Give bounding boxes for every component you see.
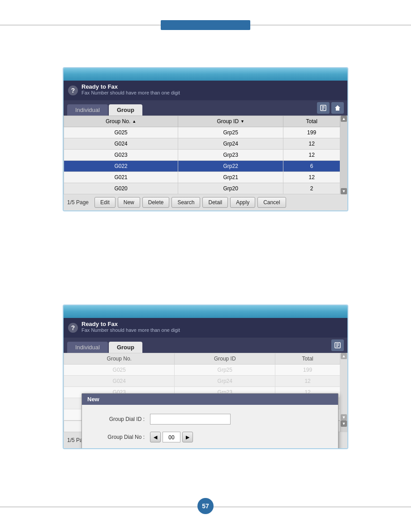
col-header-total[interactable]: Total (283, 116, 340, 127)
panel1-scrollbar[interactable]: ▲ ▼ (340, 116, 347, 194)
stepper-value: 00 (163, 432, 180, 442)
tab-individual-1[interactable]: Individual (67, 104, 108, 116)
panel2-tab-bar: Individual Group (64, 338, 347, 353)
panel2-ready-title: Ready to Fax (81, 321, 343, 327)
dialog-field-group-dial-no: Group Dial No : ◀ 00 ▶ (91, 432, 329, 442)
dial-no-stepper: ◀ 00 ▶ (150, 432, 193, 442)
stepper-decrement-button[interactable]: ◀ (150, 432, 161, 442)
dialog-body: Group Dial ID : Group Dial No : ◀ 00 ▶ (82, 405, 338, 449)
table-row[interactable]: G022Grp226 (64, 161, 340, 172)
top-bar-accent (161, 20, 250, 30)
panel1-status-bar: ? Ready to Fax Fax Number should have mo… (64, 81, 347, 100)
panel1-table: Group No. ▲ Group ID ▼ Total (64, 116, 340, 194)
dialog-field-group-dial-id: Group Dial ID : (91, 414, 329, 425)
new-dialog: New Group Dial ID : Group Dial No : ◀ 00… (81, 393, 338, 449)
tab-group-2[interactable]: Group (109, 342, 142, 353)
table-row[interactable]: G023Grp2312 (64, 150, 340, 161)
panel2-content: Group No. Group ID Total G025 (64, 353, 347, 420)
panel1-cancel-button[interactable]: Cancel (257, 197, 286, 208)
stepper-increment-button[interactable]: ▶ (182, 432, 193, 442)
col-header-group-id[interactable]: Group ID ▼ (178, 116, 283, 127)
table-row[interactable]: G024Grp2412 (64, 138, 340, 150)
table-row[interactable]: G025Grp25199 (64, 127, 340, 138)
question-icon: ? (68, 86, 78, 95)
scroll-down-arrow[interactable]: ▼ (341, 188, 347, 194)
table-row[interactable]: G020Grp202 (64, 183, 340, 194)
tab-group-1[interactable]: Group (109, 104, 142, 116)
panel1-ready-subtitle: Fax Number should have more than one dig… (81, 90, 343, 95)
panel1-detail-button[interactable]: Detail (202, 197, 228, 208)
group-dial-id-label: Group Dial ID : (91, 416, 145, 422)
sort-arrow-up: ▲ (132, 119, 136, 124)
dialog-title: New (82, 394, 338, 405)
panel2-question-icon: ? (68, 323, 78, 333)
col-header-group-no[interactable]: Group No. ▲ (64, 116, 178, 127)
panel1-table-main: Group No. ▲ Group ID ▼ Total (64, 116, 340, 194)
panel1-delete-button[interactable]: Delete (142, 197, 170, 208)
scroll-up-arrow[interactable]: ▲ (341, 116, 347, 122)
panel1-tab-bar: Individual Group (64, 100, 347, 116)
svg-marker-4 (335, 105, 340, 111)
panel1-icon-home[interactable] (331, 102, 344, 114)
table-row[interactable]: G021Grp2112 (64, 172, 340, 183)
panel-2: ? Ready to Fax Fax Number should have mo… (63, 305, 348, 449)
panel2-icon-address-book[interactable] (331, 339, 344, 351)
panel1-toolbar: 1/5 Page Edit New Delete Search Detail A… (64, 194, 347, 210)
tab-individual-2[interactable]: Individual (67, 342, 108, 353)
panel1-edit-button[interactable]: Edit (94, 197, 116, 208)
panel2-status-bar: ? Ready to Fax Fax Number should have mo… (64, 318, 347, 338)
page-number-circle: 57 (197, 498, 214, 514)
panel1-icon-address-book[interactable] (317, 102, 330, 114)
panel1-new-button[interactable]: New (118, 197, 140, 208)
panel1-header-bar (64, 68, 347, 81)
group-dial-id-input[interactable] (150, 414, 231, 425)
panel1-apply-button[interactable]: Apply (230, 197, 255, 208)
panel1-search-button[interactable]: Search (171, 197, 200, 208)
panel2-ready-subtitle: Fax Number should have more than one dig… (81, 327, 343, 333)
panel-1: ? Ready to Fax Fax Number should have mo… (63, 67, 348, 211)
sort-arrow-down: ▼ (240, 119, 244, 124)
p2-last-scroll-down[interactable]: ▼ (341, 420, 347, 427)
group-dial-no-label: Group Dial No : (91, 434, 145, 440)
panel1-table-wrapper: Group No. ▲ Group ID ▼ Total (64, 116, 347, 194)
panel1-tab-icons (317, 102, 344, 114)
panel2-header-bar (64, 305, 347, 318)
panel2-last-scrollbar[interactable]: ▼ (340, 420, 347, 432)
panel2-tab-icons (331, 339, 344, 351)
panel1-page-label: 1/5 Page (67, 199, 89, 206)
panel1-ready-title: Ready to Fax (81, 83, 343, 90)
